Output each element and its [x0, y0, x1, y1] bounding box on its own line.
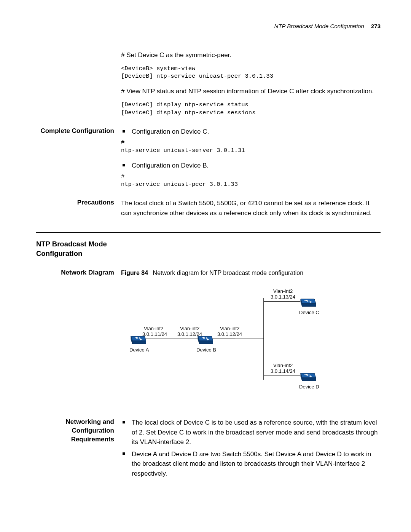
- section-heading: NTP Broadcast Mode Configuration: [36, 240, 124, 259]
- svg-marker-14: [301, 373, 316, 378]
- svg-marker-16: [302, 378, 316, 381]
- network-diagram: Vlan-int2 3.0.1.11/24 Device A Vlan-int2…: [121, 284, 334, 403]
- svg-marker-10: [199, 341, 213, 344]
- svg-marker-13: [302, 304, 316, 307]
- router-icon: [299, 296, 316, 307]
- intro-content: # Set Device C as the symmetric-peer. <D…: [121, 50, 381, 123]
- requirements-content: The local clock of Device C is to be use…: [121, 418, 381, 481]
- config-item-2: Configuration on Device B.: [121, 161, 381, 171]
- device-d-addr: 3.0.1.14/24: [271, 367, 295, 375]
- device-b-addr-l: 3.0.1.12/24: [177, 331, 202, 338]
- network-diagram-label: Network Diagram: [36, 268, 121, 277]
- config-list-2: Configuration on Device B.: [121, 161, 381, 171]
- step-2: # View NTP status and NTP session inform…: [121, 86, 381, 96]
- device-c-name: Device C: [299, 309, 319, 316]
- code-block-1: <DeviceB> system-view [DeviceB] ntp-serv…: [121, 65, 381, 81]
- requirements-block: Networking and Configuration Requirement…: [36, 418, 381, 481]
- config-item-1: Configuration on Device C.: [121, 127, 381, 137]
- config-list-1: Configuration on Device C.: [121, 127, 381, 137]
- running-header: NTP Broadcast Mode Configuration 273: [36, 23, 381, 29]
- requirement-2: Device A and Device D are two Switch 550…: [121, 449, 381, 479]
- device-a-name: Device A: [129, 346, 149, 354]
- device-d-name: Device D: [299, 383, 319, 391]
- device-b-name: Device B: [196, 346, 216, 354]
- device-c-addr: 3.0.1.13/24: [271, 293, 295, 301]
- intro-block: # Set Device C as the symmetric-peer. <D…: [36, 50, 381, 123]
- svg-marker-7: [132, 341, 146, 344]
- precautions-text: The local clock of a Switch 5500, 5500G,…: [121, 198, 381, 218]
- router-icon: [299, 370, 316, 382]
- svg-marker-11: [301, 299, 316, 304]
- header-title: NTP Broadcast Mode Configuration: [274, 23, 364, 29]
- requirement-1: The local clock of Device C is to be use…: [121, 418, 381, 447]
- step-1: # Set Device C as the symmetric-peer.: [121, 50, 381, 60]
- device-a-addr: 3.0.1.11/24: [142, 331, 167, 338]
- figure-text: Network diagram for NTP broadcast mode c…: [153, 270, 303, 276]
- network-diagram-block: Network Diagram Figure 84 Network diagra…: [36, 268, 381, 414]
- config-code-2: # ntp-service unicast-peer 3.0.1.33: [121, 173, 381, 189]
- page: NTP Broadcast Mode Configuration 273 # S…: [0, 0, 411, 515]
- code-block-2: [DeviceC] display ntp-service status [De…: [121, 101, 381, 117]
- precautions-content: The local clock of a Switch 5500, 5500G,…: [121, 198, 381, 222]
- requirements-list: The local clock of Device C is to be use…: [121, 418, 381, 478]
- page-number: 273: [371, 23, 381, 29]
- precautions-block: Precautions The local clock of a Switch …: [36, 198, 381, 222]
- device-b-addr-r: 3.0.1.12/24: [217, 331, 242, 338]
- complete-config-label: Complete Configuration: [36, 127, 121, 136]
- config-code-1: # ntp-service unicast-server 3.0.1.31: [121, 139, 381, 155]
- figure-caption: Figure 84 Network diagram for NTP broadc…: [121, 268, 381, 278]
- complete-config-block: Complete Configuration Configuration on …: [36, 127, 381, 195]
- precautions-label: Precautions: [36, 198, 121, 207]
- requirements-label: Networking and Configuration Requirement…: [36, 418, 121, 444]
- figure-label: Figure 84: [121, 270, 148, 276]
- section-divider: [36, 232, 381, 233]
- complete-config-content: Configuration on Device C. # ntp-service…: [121, 127, 381, 195]
- network-diagram-content: Figure 84 Network diagram for NTP broadc…: [121, 268, 381, 414]
